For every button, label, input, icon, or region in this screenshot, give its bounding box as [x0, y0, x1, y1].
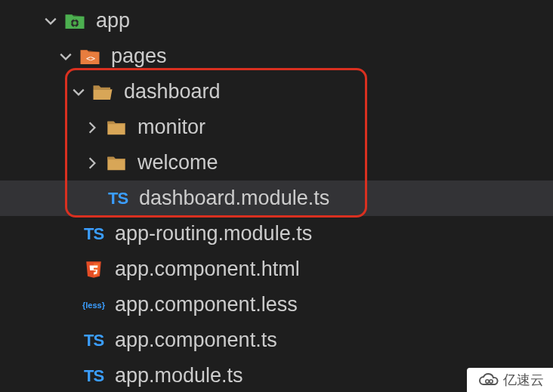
tree-item-app-component-html[interactable]: app.component.html	[0, 252, 553, 287]
folder-icon	[104, 116, 128, 140]
tree-item-label: welcome	[137, 151, 218, 174]
tree-item-app-routing[interactable]: TS app-routing.module.ts	[0, 216, 553, 252]
tree-item-dashboard[interactable]: dashboard	[0, 74, 553, 110]
chevron-right-icon	[83, 119, 101, 137]
cloud-icon	[477, 372, 500, 388]
folder-icon	[104, 151, 128, 175]
ts-icon: TS	[82, 364, 106, 388]
chevron-down-icon	[42, 12, 60, 30]
tree-item-label: dashboard	[124, 80, 221, 103]
svg-rect-5	[78, 22, 80, 24]
tree-item-app-component-ts[interactable]: TS app.component.ts	[0, 323, 553, 358]
tree-item-monitor[interactable]: monitor	[0, 110, 553, 145]
folder-app-icon	[63, 9, 87, 33]
tree-item-label: dashboard.module.ts	[139, 187, 329, 210]
svg-rect-4	[70, 22, 72, 24]
tree-item-label: app.component.less	[115, 293, 298, 316]
watermark: 亿速云	[467, 368, 553, 392]
tree-item-label: monitor	[137, 116, 205, 139]
tree-item-app-component-less[interactable]: {less} app.component.less	[0, 287, 553, 323]
svg-rect-2	[74, 18, 76, 20]
chevron-right-icon	[83, 154, 101, 172]
svg-point-1	[73, 21, 77, 25]
chevron-down-icon	[70, 83, 88, 101]
svg-text:<>: <>	[86, 54, 95, 63]
svg-point-7	[486, 380, 489, 383]
tree-item-label: app-routing.module.ts	[115, 222, 312, 245]
tree-item-label: app	[96, 9, 130, 32]
file-explorer-tree: app <> pages dashboard	[0, 0, 553, 392]
ts-icon: TS	[106, 187, 130, 211]
tree-item-label: app.module.ts	[115, 364, 243, 387]
html5-icon	[82, 258, 106, 282]
tree-item-label: app.component.ts	[115, 329, 277, 352]
watermark-text: 亿速云	[503, 371, 544, 389]
folder-pages-icon: <>	[78, 45, 102, 69]
tree-item-welcome[interactable]: welcome	[0, 145, 553, 181]
tree-item-app[interactable]: app	[0, 3, 553, 39]
ts-icon: TS	[82, 222, 106, 246]
ts-icon: TS	[82, 329, 106, 353]
tree-item-label: app.component.html	[115, 258, 300, 281]
svg-point-8	[490, 380, 493, 383]
tree-item-pages[interactable]: <> pages	[0, 39, 553, 74]
chevron-down-icon	[57, 48, 75, 66]
svg-rect-3	[74, 26, 76, 28]
folder-open-icon	[91, 80, 115, 104]
less-icon: {less}	[82, 293, 106, 317]
tree-item-dashboard-module[interactable]: TS dashboard.module.ts	[0, 181, 553, 216]
tree-item-label: pages	[111, 45, 167, 68]
